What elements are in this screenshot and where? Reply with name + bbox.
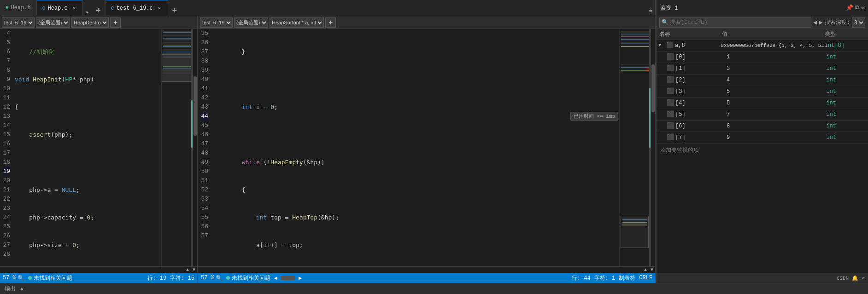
right-scope-select[interactable]: (全局范围) [234, 17, 268, 28]
watch-col-value: 值 [721, 30, 824, 38]
tab-heap-h-label: Heap.h [11, 5, 31, 11]
right-encoding-info: CRLF [639, 275, 652, 281]
left-zoom[interactable]: 57 % 🔍 [3, 275, 24, 282]
watch-row-a8[interactable]: ▼ ⬛ a,8 0x000000567beff928 {1, 3, 4, 5, … [657, 40, 868, 52]
watch-type-7: int [826, 133, 866, 142]
output-expand-icon[interactable]: ▲ [20, 286, 23, 292]
watch-row-4[interactable]: ⬛ [4] 5 int [657, 98, 868, 109]
left-tab-scroll-right[interactable]: ▸ [83, 8, 92, 16]
left-scrollbar[interactable] [193, 29, 197, 266]
left-minimap [161, 29, 193, 266]
right-file-select[interactable]: test_6_19 [200, 17, 233, 28]
watch-name-2: [2] [675, 75, 686, 85]
output-bar[interactable]: 输出 ▲ [0, 283, 868, 294]
watch-type-a8: int[8] [825, 41, 866, 50]
watch-search-input[interactable] [670, 19, 809, 26]
right-line-numbers: 3536373839 40414243 44 4546474849 505152… [198, 29, 211, 266]
left-code-area[interactable]: //初始化 void HeapInit(HP* php) { assert(ph… [13, 29, 161, 266]
cube-0-icon: ⬛ [667, 52, 674, 62]
watch-add-hint[interactable]: 添加要监视的项 [657, 144, 868, 157]
right-status-problems[interactable]: 未找到相关问题 [226, 274, 270, 282]
watch-type-6: int [826, 121, 866, 131]
watch-search-box[interactable]: 🔍 [659, 17, 811, 28]
watch-close-icon[interactable]: ✕ [861, 5, 864, 12]
left-scope-select[interactable]: (全局范围) [36, 17, 70, 28]
right-code-area[interactable]: } int i = 0; while (!HeapEmpty(&hp)) { i… [211, 29, 619, 266]
watch-type-2: int [826, 75, 866, 85]
watch-name-3: [3] [675, 87, 686, 96]
cube-1-icon: ⬛ [667, 64, 674, 73]
watch-pane-title: 监视 1 [660, 4, 846, 12]
watch-name-5: [5] [675, 110, 686, 119]
watch-type-3: int [826, 87, 866, 96]
watch-type-1: int [826, 64, 866, 73]
left-scroll-up[interactable]: ▲ [184, 267, 191, 272]
watch-value-5: 7 [727, 110, 827, 119]
tab-test-c[interactable]: C test 6_19.c ✕ [106, 0, 168, 16]
watch-row-6[interactable]: ⬛ [6] 8 int [657, 121, 868, 132]
watch-col-type: 类型 [824, 30, 866, 38]
right-nav-prev[interactable]: ◀ [274, 275, 277, 282]
watch-name-6: [6] [675, 121, 686, 131]
cube-2-icon: ⬛ [667, 75, 674, 85]
right-func-select[interactable]: HeapSort(int * a, int [270, 17, 324, 28]
watch-value-3: 5 [727, 87, 827, 96]
watch-row-7[interactable]: ⬛ [7] 9 int [657, 132, 868, 144]
left-add-btn[interactable]: + [110, 17, 121, 28]
watch-type-4: int [826, 98, 866, 108]
tab-heap-c[interactable]: C Heap.c ✕ [37, 0, 83, 16]
watch-type-5: int [826, 110, 866, 119]
watch-depth-select[interactable]: 3 [852, 17, 865, 28]
cube-4-icon: ⬛ [667, 98, 674, 108]
watch-row-3[interactable]: ⬛ [3] 5 int [657, 86, 868, 98]
watch-value-4: 5 [727, 98, 827, 108]
left-zoom-value: 57 % [3, 275, 16, 281]
watch-type-0: int [826, 52, 866, 62]
watch-float-icon[interactable]: ⧉ [855, 5, 859, 11]
watch-name-1: [1] [675, 64, 686, 73]
tab-test-c-close[interactable]: ✕ [157, 5, 163, 12]
watch-status-right: CSDN 🔔 ✕ [837, 275, 864, 281]
left-status-ok-icon [28, 276, 32, 280]
heap-c-icon: C [42, 6, 46, 11]
watch-value-a8: 0x000000567beff928 {1, 3, 4, 5, 5, 7, 8,… [721, 41, 825, 50]
watch-depth-label: 搜索深度: [825, 18, 850, 26]
right-scrollbar[interactable] [651, 29, 655, 266]
watch-search-next[interactable]: ▶ [819, 18, 822, 26]
watch-search-prev[interactable]: ◀ [813, 18, 817, 26]
cube-a8-icon: ⬛ [666, 41, 674, 50]
app-container: H Heap.h C Heap.c ✕ ▸ + C test 6_19.c ✕ … [0, 0, 868, 294]
split-editor-icon[interactable]: ⊟ [649, 8, 652, 16]
right-zoom[interactable]: 57 % 🔍 [201, 275, 223, 282]
left-status-problems[interactable]: 未找到相关问题 [28, 274, 72, 282]
cube-7-icon: ⬛ [667, 133, 674, 142]
exec-time-badge: 已用时间 <= 1ms [570, 112, 618, 121]
left-tab-add[interactable]: + [92, 6, 105, 16]
watch-name-7: [7] [675, 133, 686, 142]
watch-name-a8: a,8 [675, 41, 685, 50]
right-nav-next[interactable]: ▶ [299, 275, 302, 282]
right-scroll-up[interactable]: ▲ [642, 267, 649, 272]
watch-value-1: 3 [727, 64, 827, 73]
right-status-ok-icon [226, 276, 230, 280]
left-file-select[interactable]: test_6_19 [2, 17, 35, 28]
right-tab-add[interactable]: + [168, 6, 181, 16]
watch-row-0[interactable]: ⬛ [0] 1 int [657, 52, 868, 63]
cube-5-icon: ⬛ [667, 110, 674, 119]
expand-a8-icon[interactable]: ▼ [658, 41, 665, 50]
left-func-select[interactable]: HeapDestro [71, 17, 109, 28]
watch-value-6: 8 [727, 121, 827, 131]
left-zoom-icon: 🔍 [18, 275, 24, 282]
right-char-info: 字符: 1 [594, 274, 616, 282]
watch-pin-icon[interactable]: 📌 [846, 4, 853, 12]
right-scroll-down[interactable]: ▼ [649, 267, 655, 272]
left-scroll-down[interactable]: ▼ [191, 267, 197, 272]
right-line-info: 行: 44 [572, 274, 591, 282]
watch-row-5[interactable]: ⬛ [5] 7 int [657, 109, 868, 121]
tab-heap-c-close[interactable]: ✕ [71, 5, 77, 12]
watch-row-1[interactable]: ⬛ [1] 3 int [657, 63, 868, 75]
watch-row-2[interactable]: ⬛ [2] 4 int [657, 75, 868, 86]
output-label: 输出 [5, 285, 16, 293]
tab-heap-h[interactable]: H Heap.h [0, 0, 37, 16]
right-add-btn[interactable]: + [325, 17, 336, 28]
